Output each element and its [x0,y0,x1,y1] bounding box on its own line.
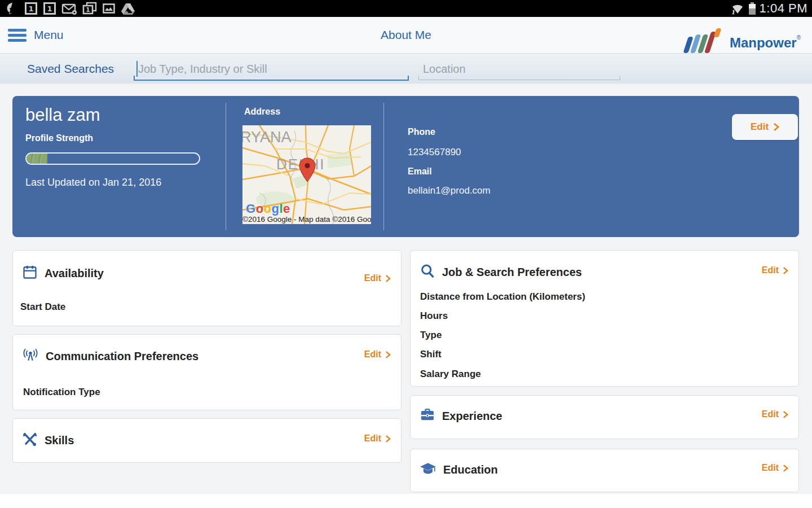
hours-label: Hours [420,310,448,322]
phone-value: 1234567890 [408,147,461,158]
chevron-right-icon [783,410,788,419]
search-bar: Saved Searches Find Jobs [0,54,812,84]
text-cursor [136,61,138,77]
search-icon [420,263,435,281]
screen: 1 1 1 1:04 PM [0,0,812,508]
distance-label: Distance from Location (Kilometers) [420,291,585,303]
profile-edit-button[interactable]: Edit [732,114,798,140]
experience-edit-button[interactable]: Edit [762,409,788,419]
divider [383,103,384,230]
brand-name: Manpower [730,36,797,53]
drive-icon [121,2,135,15]
location-field [418,58,620,80]
check-bubble-icon [6,2,19,15]
job-search-preferences-card: Job & Search Preferences Edit Distance f… [410,250,799,387]
saved-searches-link[interactable]: Saved Searches [27,54,114,84]
email-value: bellain1@prod.com [408,185,491,196]
profile-strength-bar [25,152,200,165]
job-search-preferences-title: Job & Search Preferences [442,266,582,279]
google-logo: Google [246,202,290,216]
education-card: Education Edit [410,449,799,492]
stacked-window-1-icon: 1 [82,2,97,15]
map-region-label: RYANA [242,129,292,146]
education-edit-button[interactable]: Edit [762,463,788,473]
svg-text:1: 1 [86,6,90,13]
profile-name: bella zam [25,105,100,125]
job-type-input[interactable] [134,58,413,80]
communication-preferences-edit-button[interactable]: Edit [364,349,391,360]
start-date-label: Start Date [20,301,65,313]
availability-card: Availability Edit Start Date [12,250,401,326]
screenshot-icon [102,2,116,15]
notification-icons: 1 1 1 [0,2,135,15]
shift-label: Shift [420,349,442,360]
chevron-right-icon [385,435,391,443]
graduation-cap-icon [420,461,436,479]
chevron-right-icon [783,266,788,275]
education-title: Education [443,463,498,476]
chevron-right-icon [385,351,391,359]
map-thumbnail[interactable]: RYANA DELHI Google ©2016 Google - Map da… [242,125,371,224]
skills-title: Skills [45,434,74,447]
wifi-icon [730,2,745,15]
last-updated-text: Last Updated on Jan 21, 2016 [25,177,161,189]
availability-title: Availability [45,267,104,280]
manpower-logo: Manpower ® [685,17,801,59]
tools-icon [22,431,38,449]
phone-label: Phone [408,127,435,137]
svg-text:1: 1 [28,5,33,13]
mail-sync-icon [61,2,77,15]
profile-strength-label: Profile Strength [25,133,93,143]
chevron-right-icon [783,464,788,472]
briefcase-icon [420,407,435,425]
chevron-right-icon [773,122,779,132]
skills-card: Skills Edit [12,418,401,463]
app-header: Menu About Me Manpower ® [0,17,812,54]
profile-card: bella zam Profile Strength Last Updated … [12,96,799,237]
skills-edit-button[interactable]: Edit [364,433,391,444]
brand-registered-mark: ® [797,34,801,53]
manpower-bars-icon [685,28,724,53]
status-bar: 1 1 1 1:04 PM [0,0,812,17]
status-time: 1:04 PM [760,1,810,16]
address-label: Address [244,107,280,117]
map-attribution: ©2016 Google - Map data ©2016 Goo [242,215,371,224]
experience-card: Experience Edit [410,395,799,439]
calendar-1-icon: 1 [24,2,38,15]
communication-preferences-title: Communication Preferences [46,350,198,363]
salary-range-label: Salary Range [420,369,481,380]
broadcast-icon [22,347,39,365]
communication-preferences-card: Communication Preferences Edit Notificat… [12,334,401,410]
calendar-1-icon: 1 [43,2,56,15]
divider [226,103,226,230]
chevron-right-icon [385,274,391,283]
experience-title: Experience [442,410,502,423]
type-label: Type [420,330,442,341]
calendar-icon [22,264,38,282]
job-search-preferences-edit-button[interactable]: Edit [762,265,788,275]
battery-icon [748,1,757,16]
svg-text:1: 1 [47,5,52,13]
email-label: Email [408,167,432,177]
availability-edit-button[interactable]: Edit [364,273,391,283]
job-search-field [134,58,409,81]
profile-strength-fill [27,154,47,164]
notification-type-label: Notification Type [23,387,100,398]
location-input[interactable] [418,58,625,80]
